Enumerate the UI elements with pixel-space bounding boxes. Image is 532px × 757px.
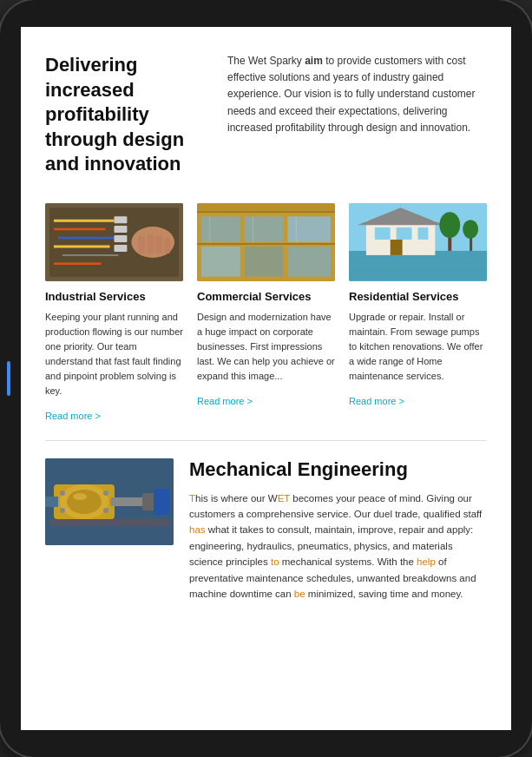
svg-rect-13 — [138, 236, 145, 253]
svg-point-47 — [67, 490, 102, 514]
svg-rect-16 — [164, 238, 170, 253]
industrial-image — [45, 203, 183, 281]
residential-read-more[interactable]: Read more > — [349, 396, 404, 406]
svg-rect-34 — [375, 227, 391, 240]
svg-point-53 — [103, 490, 108, 496]
section-divider — [45, 440, 487, 441]
mechanical-section: Mechanical Engineering This is where our… — [45, 458, 487, 602]
svg-rect-24 — [287, 247, 331, 277]
service-card-commercial: Commercial Services Design and moderniza… — [197, 203, 335, 423]
svg-point-54 — [60, 508, 65, 513]
svg-point-52 — [60, 490, 65, 496]
hero-heading: Delivering increased profitability throu… — [45, 53, 210, 177]
industrial-description: Keeping your plant running and productio… — [45, 310, 183, 398]
svg-rect-14 — [147, 234, 154, 253]
svg-rect-15 — [155, 235, 162, 253]
screen: Delivering increased profitability throu… — [21, 27, 511, 730]
svg-rect-19 — [201, 216, 240, 242]
svg-rect-31 — [349, 251, 487, 281]
mechanical-image — [45, 458, 174, 545]
residential-description: Upgrade or repair. Install or maintain. … — [349, 310, 487, 384]
svg-rect-10 — [115, 235, 128, 242]
commercial-image — [197, 203, 335, 281]
svg-rect-49 — [142, 493, 155, 510]
residential-title: Residential Services — [349, 290, 487, 303]
residential-image — [349, 203, 487, 281]
mechanical-content: Mechanical Engineering This is where our… — [189, 458, 487, 602]
hero-description: The Wet Sparky aim to provide customers … — [227, 53, 487, 177]
svg-rect-35 — [397, 227, 412, 240]
content-area: Delivering increased profitability throu… — [21, 27, 511, 730]
commercial-title: Commercial Services — [197, 290, 335, 303]
svg-point-41 — [463, 220, 478, 239]
svg-rect-48 — [110, 497, 145, 506]
tablet-frame: Delivering increased profitability throu… — [0, 0, 532, 757]
svg-rect-22 — [245, 247, 284, 277]
svg-rect-11 — [115, 245, 128, 252]
svg-rect-50 — [154, 489, 169, 515]
mechanical-title: Mechanical Engineering — [189, 458, 487, 481]
svg-rect-36 — [418, 227, 429, 240]
hero-title-block: Delivering increased profitability throu… — [45, 53, 210, 177]
industrial-title: Industrial Services — [45, 290, 183, 303]
svg-point-55 — [103, 508, 108, 513]
commercial-read-more[interactable]: Read more > — [197, 396, 253, 406]
svg-rect-9 — [115, 226, 128, 233]
svg-point-39 — [439, 212, 460, 238]
svg-rect-8 — [115, 216, 128, 223]
services-grid: Industrial Services Keeping your plant r… — [45, 203, 487, 423]
commercial-description: Design and modernization have a huge imp… — [197, 310, 335, 384]
svg-rect-21 — [245, 216, 284, 242]
svg-rect-20 — [201, 247, 240, 277]
svg-rect-51 — [45, 497, 58, 507]
service-card-industrial: Industrial Services Keeping your plant r… — [45, 203, 183, 423]
svg-rect-37 — [391, 240, 403, 255]
service-card-residential: Residential Services Upgrade or repair. … — [349, 203, 487, 423]
hero-section: Delivering increased profitability throu… — [45, 53, 487, 177]
svg-point-57 — [73, 493, 87, 500]
svg-rect-56 — [49, 519, 169, 526]
mechanical-description: This is where our WET becomes your peace… — [189, 490, 487, 602]
industrial-read-more[interactable]: Read more > — [45, 411, 101, 421]
svg-rect-23 — [287, 216, 331, 242]
